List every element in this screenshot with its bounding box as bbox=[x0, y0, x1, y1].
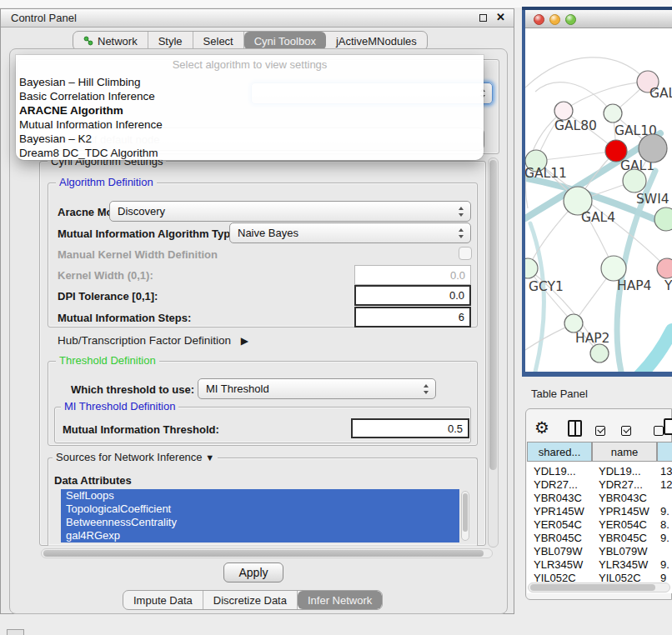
attribute-item[interactable]: gal4RGexp bbox=[61, 529, 459, 542]
dpi-tolerance-label: DPI Tolerance [0,1]: bbox=[58, 290, 158, 302]
table-cell: YDL19... bbox=[534, 465, 592, 478]
dpi-tolerance-value: 0.0 bbox=[449, 289, 464, 302]
column-header-name[interactable]: name bbox=[592, 442, 657, 462]
zoom-traffic-light-icon[interactable] bbox=[565, 14, 576, 25]
attributes-vscrollbar-thumb[interactable] bbox=[463, 493, 468, 532]
checked-checkbox-icon-1[interactable] bbox=[595, 426, 605, 436]
partial-button[interactable] bbox=[7, 629, 24, 635]
manual-kernel-width-label: Manual Kernel Width Definition bbox=[58, 248, 218, 261]
table-cell: YDL19... bbox=[599, 465, 657, 478]
settings-hscrollbar-thumb[interactable] bbox=[43, 550, 484, 557]
document-icon[interactable] bbox=[664, 418, 672, 435]
mi-steps-field[interactable]: 6 bbox=[354, 307, 471, 328]
apply-button-label: Apply bbox=[238, 566, 268, 579]
node-gray bbox=[639, 134, 667, 162]
algorithm-option[interactable]: Basic Correlation Inference bbox=[16, 89, 484, 103]
column-header-shared...[interactable]: shared... bbox=[527, 442, 592, 462]
network-edge-thick bbox=[639, 330, 672, 372]
expander-right-triangle-icon: ▶ bbox=[241, 335, 248, 347]
table-cell: YLR345W bbox=[599, 558, 657, 571]
table-cell: YPR145W bbox=[599, 505, 657, 518]
node-table[interactable]: shared...nameYDL19...YDL19...13YDR27...Y… bbox=[527, 442, 672, 593]
algorithm-popup-list: Bayesian – Hill ClimbingBasic Correlatio… bbox=[16, 75, 484, 160]
network-window-titlebar[interactable] bbox=[525, 10, 672, 28]
node-hap4 bbox=[601, 256, 626, 281]
algorithm-option[interactable]: Dream8 DC_TDC Algorithm bbox=[16, 146, 484, 160]
tab-jactivemnodules[interactable]: jActiveMNodules bbox=[326, 32, 427, 50]
manual-kernel-width-checkbox[interactable] bbox=[459, 247, 472, 260]
algorithm-option[interactable]: Bayesian – K2 bbox=[16, 132, 484, 146]
table-cell: 12 bbox=[660, 478, 672, 491]
desktop: Control Panel ✕ NetworkStyleSelectCyni T… bbox=[0, 0, 672, 635]
network-tab-icon bbox=[83, 36, 93, 46]
node-pink-r bbox=[657, 258, 672, 278]
combo-spinner-icon bbox=[423, 384, 429, 394]
tab-select[interactable]: Select bbox=[193, 32, 244, 50]
close-traffic-light-icon[interactable] bbox=[534, 14, 544, 25]
threshold-definition-title: Threshold Definition bbox=[56, 355, 159, 367]
kernel-width-value: 0.0 bbox=[450, 269, 465, 282]
algorithm-option[interactable]: ARACNE Algorithm bbox=[16, 103, 484, 118]
attributes-vscrollbar[interactable] bbox=[461, 491, 469, 541]
tab-style[interactable]: Style bbox=[148, 32, 193, 50]
algorithm-option[interactable]: Bayesian – Hill Climbing bbox=[16, 75, 484, 89]
tab-label: Discretize Data bbox=[213, 594, 287, 607]
apply-button[interactable]: Apply bbox=[223, 562, 283, 582]
hub-expander[interactable]: Hub/Transcription Factor Definition ▶ bbox=[58, 334, 248, 347]
node-gal80 bbox=[554, 102, 573, 120]
mi-steps-label: Mutual Information Steps: bbox=[58, 312, 191, 324]
expander-down-triangle-icon: ▼ bbox=[205, 452, 214, 462]
node-gal-top-label: GAL bbox=[649, 86, 672, 101]
which-threshold-label: Which threshold to use: bbox=[71, 383, 194, 396]
table-cell: YBL079W bbox=[534, 545, 592, 558]
node-hap4-label: HAP4 bbox=[617, 278, 651, 293]
control-panel-titlebar[interactable]: Control Panel ✕ bbox=[1, 9, 514, 28]
minimize-traffic-light-icon[interactable] bbox=[549, 14, 560, 25]
node-gal80-label: GAL80 bbox=[554, 118, 597, 133]
algorithm-option[interactable]: Mutual Information Inference bbox=[16, 118, 484, 132]
settings-hscrollbar[interactable] bbox=[41, 548, 493, 558]
mi-algorithm-type-combo[interactable]: Naive Bayes bbox=[229, 222, 471, 243]
aracne-mode-combo[interactable]: Discovery bbox=[109, 201, 471, 222]
table-cell: YDR27... bbox=[599, 478, 657, 491]
table-panel-title: Table Panel bbox=[531, 388, 588, 400]
bottom-tab-infer-network[interactable]: Infer Network bbox=[298, 591, 382, 609]
mi-threshold-field[interactable]: 0.5 bbox=[351, 418, 469, 438]
float-icon[interactable] bbox=[479, 14, 487, 22]
split-columns-divider bbox=[574, 422, 576, 435]
node-swi4-label: SWI4 bbox=[636, 192, 669, 207]
dpi-tolerance-field[interactable]: 0.0 bbox=[354, 285, 471, 306]
hub-expander-label: Hub/Transcription Factor Definition bbox=[58, 334, 231, 347]
table-cell: 8. bbox=[660, 518, 672, 531]
attribute-item[interactable]: BetweennessCentrality bbox=[61, 516, 459, 529]
control-panel-window: Control Panel ✕ NetworkStyleSelectCyni T… bbox=[0, 8, 514, 614]
attribute-item[interactable]: SelfLoops bbox=[61, 489, 459, 502]
table-hscrollbar[interactable] bbox=[528, 582, 670, 592]
mi-steps-value: 6 bbox=[459, 311, 464, 323]
bottom-tab-impute-data[interactable]: Impute Data bbox=[123, 591, 203, 609]
network-edge-thick bbox=[530, 223, 544, 372]
unchecked-checkbox-icon-1[interactable] bbox=[654, 426, 664, 436]
which-threshold-combo[interactable]: MI Threshold bbox=[198, 378, 436, 399]
sources-group-title[interactable]: Sources for Network Inference ▼ bbox=[53, 452, 218, 463]
settings-vscrollbar-thumb[interactable] bbox=[489, 160, 497, 470]
network-canvas[interactable]: GALGAL80GAL10GAL1GAL11SWI4GAL4GCY1HAP4YH… bbox=[525, 28, 672, 372]
bottom-tab-discretize-data[interactable]: Discretize Data bbox=[203, 591, 298, 609]
table-hscrollbar-thumb[interactable] bbox=[530, 584, 655, 591]
algorithm-popup-placeholder: Select algorithm to view settings bbox=[16, 55, 484, 75]
checked-checkbox-icon-2[interactable] bbox=[621, 426, 631, 436]
gear-icon[interactable]: ⚙ bbox=[534, 419, 549, 436]
data-attributes-list[interactable]: SelfLoopsTopologicalCoefficientBetweenne… bbox=[61, 489, 459, 542]
column-header-extra[interactable] bbox=[657, 442, 672, 462]
settings-vscrollbar[interactable] bbox=[488, 158, 499, 548]
algorithm-popup: Select algorithm to view settings Bayesi… bbox=[16, 55, 484, 160]
node-hap2-label: HAP2 bbox=[575, 331, 609, 346]
tab-cyni-toolbox[interactable]: Cyni Toolbox bbox=[244, 32, 326, 50]
kernel-width-field[interactable]: 0.0 bbox=[354, 265, 471, 285]
node-green-r bbox=[654, 208, 672, 231]
split-columns-icon[interactable] bbox=[568, 420, 582, 437]
close-icon[interactable]: ✕ bbox=[496, 11, 505, 23]
tab-network[interactable]: Network bbox=[73, 32, 148, 50]
attribute-item[interactable]: TopologicalCoefficient bbox=[61, 502, 459, 516]
table-cell: YBR043C bbox=[534, 492, 592, 504]
